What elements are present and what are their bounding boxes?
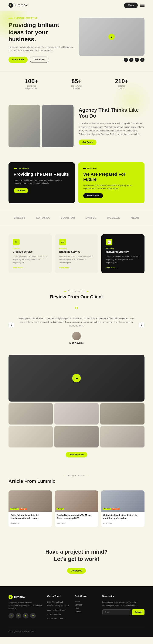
newsletter-email-input[interactable] [102, 609, 131, 615]
service-desc-branding: Lorem ipsum dolor sit amet, consectetur … [59, 255, 94, 264]
cta-section: Have a project in mind?Let's get to work… [0, 536, 153, 586]
blog-tag-creative-3: Creative [103, 508, 111, 510]
footer-link-blog[interactable]: Blog [75, 607, 97, 609]
vision-description: Lorem ipsum dolor sit amet, consectetur … [83, 184, 140, 190]
read-more-marketing[interactable]: Read More → [106, 267, 140, 269]
mission-card: Our Mission Providing The Best Results L… [8, 162, 75, 203]
footer-link-services[interactable]: Services [75, 604, 97, 606]
service-title-marketing: Marketing Strategy [106, 250, 140, 253]
get-started-button[interactable]: Get Started [8, 56, 28, 63]
footer-newsletter-title: Newsletter [102, 595, 145, 598]
blog-tag-design-3: Design [112, 508, 120, 510]
portfolio-thumb-2[interactable] [54, 403, 99, 424]
footer-social-in[interactable]: in [30, 613, 36, 618]
service-title-creative: Creative Service [13, 250, 47, 253]
blog-body-2: Studio Blackburn on its We Mean Green ca… [55, 512, 98, 527]
portfolio-thumb-3[interactable] [100, 403, 145, 424]
hero-image [79, 18, 145, 56]
brand-1: BREEZY [14, 216, 25, 219]
portfolio-thumb-5[interactable] [54, 426, 99, 448]
portfolio-grid [8, 403, 145, 448]
portfolio-thumb-4[interactable] [8, 426, 53, 448]
social-icon-1[interactable]: f [124, 58, 128, 62]
how-we-work-button[interactable]: How We Work [83, 193, 103, 198]
footer-description: Lorem ipsum dolor sit amet, consectetur … [8, 601, 42, 610]
blog-tag-design-1: Design [19, 508, 27, 510]
testimonial-content: ‹ › " Lorem ipsum dolor sit amet, consec… [8, 306, 145, 344]
agency-section: Agency That Thinks Like You Do Lorem ips… [0, 96, 153, 156]
blog-tags-3: Creative Design [103, 508, 120, 510]
navigation: L lummox Menu [0, 0, 153, 11]
footer-quick-links: QuickLinks About Services Blog Contact [75, 595, 97, 620]
footer-social-fb[interactable]: f [8, 613, 14, 618]
footer-link-about[interactable]: About [75, 600, 97, 602]
menu-button[interactable]: Menu [124, 2, 138, 8]
read-more-creative[interactable]: Read More → [13, 267, 47, 269]
read-more-branding[interactable]: Read More → [59, 267, 94, 269]
blog-body-1: Define's Identity by &stretch emphasizes… [8, 512, 52, 527]
blog-tags-1: Creative Design [10, 508, 27, 510]
video-play-button[interactable] [108, 34, 115, 40]
stat-number-1: 100+ [25, 78, 38, 85]
portfolio-button[interactable]: Portfolio [13, 188, 28, 193]
service-card-creative: ✏ Creative Creative Service Lorem ipsum … [8, 234, 52, 273]
cta-contact-button[interactable]: Contact Us [67, 568, 86, 574]
blog-grid: Creative Design Define's Identity by &st… [8, 490, 145, 527]
stat-label-3: SatisfiedClients [115, 85, 128, 90]
brands-section: BREEZY NATUSKA BOURTON United HOM∧∧E MLO… [0, 210, 153, 226]
hero-right: f t in yt [79, 18, 145, 62]
mission-vision-section: Our Mission Providing The Best Results L… [0, 156, 153, 210]
footer-grid: L lummox Lorem ipsum dolor sit amet, con… [8, 595, 145, 620]
footer: L lummox Lorem ipsum dolor sit amet, con… [0, 586, 153, 637]
blog-read-more-3[interactable]: Read More [103, 522, 112, 524]
footer-link-contact[interactable]: Contact [75, 610, 97, 613]
brand-4: United [86, 216, 97, 219]
blog-image-3: Creative Design [101, 490, 145, 512]
author-name: Lina Navarro [69, 342, 84, 344]
portfolio-thumb-1[interactable] [8, 403, 53, 424]
portfolio-main-image[interactable] [8, 355, 145, 402]
newsletter-submit-button[interactable]: Submit [132, 609, 145, 615]
footer-social-yt[interactable]: ▶ [23, 613, 28, 618]
footer-social-tw[interactable]: t [16, 613, 21, 618]
stat-completed: 100+ CompletedProject So Far [25, 78, 38, 90]
blog-image-1: Creative Design [8, 490, 52, 512]
testimonials-title: Review From Our Client [8, 294, 145, 300]
service-title-branding: Branding Service [59, 250, 94, 253]
blog-card-2: Design Studio Blackburn on its We Mean G… [55, 490, 98, 527]
footer-logo-symbol: L [10, 596, 11, 598]
marketing-icon: 📈 [106, 239, 112, 246]
testimonial-author: Lina Navarro [15, 332, 138, 344]
portfolio-thumb-6[interactable] [100, 426, 145, 448]
testimonials-section: Testimonials Review From Our Client ‹ › … [0, 282, 153, 353]
footer-newsletter-desc: Lorem ipsum dolor sit amet, consectetur … [102, 600, 145, 607]
logo-text: lummox [14, 4, 27, 7]
logo[interactable]: L lummox [8, 3, 27, 8]
social-icon-3[interactable]: in [135, 58, 139, 62]
portfolio-main-placeholder [8, 355, 145, 402]
stat-number-3: 210+ [115, 78, 128, 85]
portfolio-play-button[interactable] [72, 374, 81, 382]
view-portfolio-button[interactable]: View Portfolio [66, 452, 88, 458]
logo-symbol: L [10, 4, 11, 6]
social-icon-4[interactable]: yt [140, 58, 145, 62]
contact-us-button[interactable]: Contact Us [30, 56, 49, 63]
social-icon-2[interactable]: t [129, 58, 134, 62]
stat-label-1: CompletedProject So Far [25, 85, 38, 90]
service-tag-branding: Branding [59, 248, 94, 250]
footer-quicklinks-title: QuickLinks [75, 595, 97, 598]
footer-phone: +1 234 567 890 [47, 613, 70, 616]
blog-card-1: Creative Design Define's Identity by &st… [8, 490, 52, 527]
cta-title: Have a project in mind?Let's get to work… [8, 548, 145, 563]
carousel-next-button[interactable]: › [139, 322, 145, 328]
footer-social-icons: f t ▶ in [8, 613, 42, 618]
get-quote-button[interactable]: Get Quote [79, 140, 97, 145]
hero-description: Lorem ipsum dolor sit amet, consectetur … [8, 46, 74, 52]
hero-left: Lummox Creative Providing brilliant idea… [8, 17, 74, 63]
blog-read-more-2[interactable]: Read More [57, 522, 65, 524]
hamburger-icon[interactable] [140, 4, 145, 6]
stat-clients: 210+ SatisfiedClients [115, 78, 128, 90]
carousel-prev-button[interactable]: ‹ [8, 322, 14, 328]
footer-logo-text: lummox [14, 595, 25, 599]
blog-read-more-1[interactable]: Read More [11, 522, 19, 524]
